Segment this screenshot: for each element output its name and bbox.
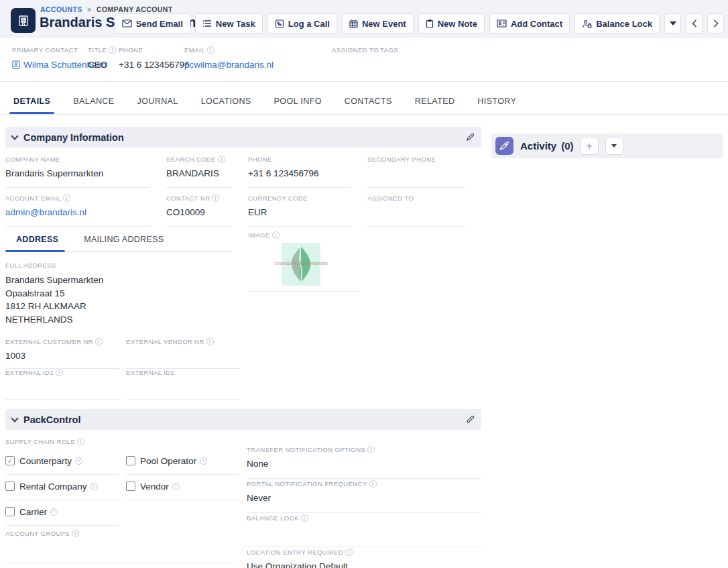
contact-nr-label: CONTACT NR (166, 194, 210, 202)
carrier-checkbox[interactable] (5, 507, 15, 516)
image-field-underline (248, 291, 361, 292)
rental-company-checkbox[interactable] (5, 481, 15, 491)
tab-mailing-address[interactable]: MAILING ADDRESS (84, 235, 164, 251)
supply-chain-role-group: SUPPLY CHAIN ROLEi ✓ Counterpartyi Pool … (5, 438, 245, 568)
add-activity-button[interactable]: + (581, 137, 599, 155)
info-icon[interactable]: i (345, 549, 353, 556)
phone-value: +31 6 123456796 (119, 60, 189, 70)
record-tabs: DETAILS BALANCE JOURNAL LOCATIONS POOL I… (0, 89, 728, 115)
account-assigned-to-field: ASSIGNED TO (367, 194, 465, 227)
logo-caption: brandaris supermarkten (263, 261, 341, 266)
new-note-button[interactable]: New Note (418, 13, 485, 34)
address-line-company: Brandaris Supermarkten (5, 274, 481, 287)
log-a-call-button[interactable]: Log a Call (267, 13, 337, 34)
tab-contacts[interactable]: CONTACTS (345, 97, 392, 114)
counterparty-checkbox[interactable]: ✓ (5, 456, 15, 465)
caret-down-icon (611, 144, 617, 148)
company-name-value: Brandaris Supermarkten (5, 168, 150, 179)
info-icon[interactable]: i (50, 508, 58, 516)
company-account-page: ACCOUNTS > COMPANY ACCOUNT Brandaris Sup… (0, 0, 728, 568)
new-task-button[interactable]: New Task (195, 13, 263, 34)
phone-log-icon (275, 19, 284, 28)
page-header: ACCOUNTS > COMPANY ACCOUNT Brandaris Sup… (0, 0, 728, 38)
pool-operator-checkbox[interactable] (126, 456, 135, 465)
tab-locations[interactable]: LOCATIONS (201, 97, 251, 114)
balance-lock-field: BALANCE LOCKi (247, 514, 481, 547)
collapse-chevron-icon[interactable] (11, 132, 18, 139)
account-groups-field: ACCOUNT GROUPSi (5, 530, 237, 563)
info-icon[interactable]: i (77, 438, 84, 445)
supply-chain-role-label: SUPPLY CHAIN ROLE (5, 438, 75, 445)
info-icon[interactable]: i (109, 46, 116, 54)
location-entry-required-field: LOCATION ENTRY REQUIREDi Use Organizatio… (247, 549, 481, 568)
portal-notification-frequency-label: PORTAL NOTIFICATION FREQUENCY (247, 480, 367, 488)
currency-code-field: CURRENCY CODE EUR (248, 194, 351, 227)
info-icon[interactable]: i (63, 194, 70, 202)
checkbox-row-rental-company: Rental Companyi (5, 475, 119, 500)
email-link[interactable]: pcwilma@brandaris.nl (184, 60, 274, 70)
info-icon[interactable]: i (206, 338, 214, 345)
tab-pool-info[interactable]: POOL INFO (274, 97, 322, 114)
info-icon[interactable]: i (272, 231, 280, 239)
transfer-notification-options-label: TRANSFER NOTIFICATION OPTIONS (247, 446, 365, 453)
tab-details[interactable]: DETAILS (13, 97, 50, 114)
rocket-icon (495, 137, 513, 155)
info-icon[interactable]: i (95, 338, 103, 345)
full-address-field: FULL ADDRESS Brandaris Supermarkten Opaa… (5, 262, 481, 326)
activity-header: Activity (0) + (491, 133, 723, 158)
activity-count: (0) (561, 140, 573, 152)
portal-notification-frequency-value: Never (247, 493, 481, 504)
tab-related[interactable]: RELATED (415, 97, 455, 114)
info-icon[interactable]: i (301, 514, 308, 522)
full-address-label: FULL ADDRESS (5, 262, 481, 269)
new-event-button[interactable]: New Event (342, 13, 414, 34)
vendor-checkbox[interactable] (126, 481, 135, 491)
location-entry-required-label: LOCATION ENTRY REQUIRED (247, 549, 343, 556)
balance-lock-button[interactable]: Balance Lock (574, 13, 660, 34)
info-icon[interactable]: i (367, 446, 375, 453)
info-icon[interactable]: i (72, 530, 79, 537)
tab-balance[interactable]: BALANCE (73, 97, 114, 114)
balance-lock-value (247, 527, 481, 538)
edit-packcontrol-button[interactable] (466, 415, 475, 424)
info-icon[interactable]: i (172, 483, 180, 490)
activity-panel: Activity (0) + (491, 133, 723, 158)
packcontrol-title: PackControl (23, 414, 80, 425)
previous-record-button[interactable] (686, 13, 703, 34)
next-record-button[interactable] (707, 13, 724, 34)
account-groups-value (5, 543, 237, 553)
address-line-city: 1812 RH ALKMAAR (5, 300, 481, 313)
account-email-link[interactable]: admin@brandaris.nl (5, 207, 86, 217)
transfer-notification-options-value: None (247, 459, 481, 469)
info-icon[interactable]: i (200, 457, 207, 465)
company-building-icon (11, 8, 36, 33)
info-icon[interactable]: i (218, 156, 225, 163)
breadcrumb-current: COMPANY ACCOUNT (97, 5, 173, 13)
more-actions-button[interactable] (664, 13, 681, 34)
info-icon[interactable]: i (75, 457, 82, 465)
company-phone-field: PHONE +31 6 123456796 (248, 156, 351, 188)
info-icon[interactable]: i (207, 46, 215, 54)
address-line-street: Opaalstraat 15 (5, 287, 481, 300)
send-email-button[interactable]: Send Email (115, 13, 190, 34)
breadcrumb-accounts-link[interactable]: ACCOUNTS (40, 5, 82, 13)
edit-company-information-button[interactable] (466, 133, 475, 141)
tab-address[interactable]: ADDRESS (16, 235, 58, 251)
new-event-label: New Event (362, 19, 406, 29)
info-icon[interactable]: i (90, 483, 98, 490)
info-icon[interactable]: i (56, 369, 63, 376)
tab-journal[interactable]: JOURNAL (137, 97, 178, 114)
plus-icon: + (586, 140, 593, 152)
activity-menu-button[interactable] (605, 137, 623, 155)
portal-notification-frequency-field: PORTAL NOTIFICATION FREQUENCYi Never (247, 480, 481, 513)
info-icon[interactable]: i (212, 194, 219, 202)
add-contact-button[interactable]: Add Contact (489, 13, 570, 34)
collapse-chevron-icon[interactable] (11, 414, 18, 422)
tab-history[interactable]: HISTORY (477, 97, 516, 114)
account-email-field: ACCOUNT EMAILi admin@brandaris.nl (5, 194, 150, 227)
external-customer-nr-value: 1003 (5, 351, 119, 361)
external-id2-value (126, 382, 240, 392)
address-line-country: NETHERLANDS (5, 313, 481, 327)
info-icon[interactable]: i (369, 480, 377, 488)
caret-down-icon (670, 21, 676, 25)
